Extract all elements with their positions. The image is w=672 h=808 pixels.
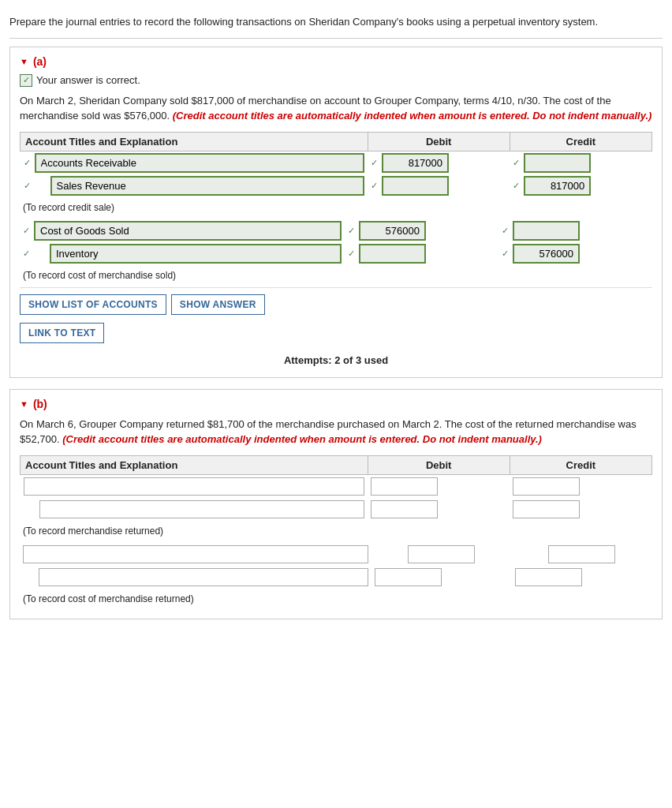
debit-input-b1-r2[interactable] xyxy=(371,500,438,518)
credit-cell-sr: ✓ xyxy=(510,174,651,197)
show-answer-button[interactable]: SHOW ANSWER xyxy=(171,294,265,315)
debit-cell-ar: ✓ xyxy=(368,151,510,174)
note-credit-sale: (To record credit sale) xyxy=(23,202,652,213)
debit-input-b1-r1[interactable] xyxy=(371,477,438,496)
account-cell-b2-r1 xyxy=(20,543,371,566)
debit-input-ar[interactable] xyxy=(382,153,449,173)
section-b-header: ▼ (b) xyxy=(20,398,652,410)
col-header-b-account: Account Titles and Explanation xyxy=(21,455,368,474)
note-b-returned: (To record merchandise returned) xyxy=(23,526,652,537)
credit-cell-b1-r2 xyxy=(510,498,651,521)
journal-table-b2 xyxy=(20,543,652,589)
credit-input-b1-r1[interactable] xyxy=(513,477,580,496)
credit-input-inv[interactable] xyxy=(513,244,580,264)
debit-cell-b1-r2 xyxy=(368,498,510,521)
credit-input-cogs[interactable] xyxy=(513,221,580,241)
col-header-b-debit: Debit xyxy=(368,455,510,474)
instructions-text: Prepare the journal entries to record th… xyxy=(9,8,663,39)
section-a: ▼ (a) ✓ Your answer is correct. On March… xyxy=(9,47,663,378)
debit-cell-b1-r1 xyxy=(368,474,510,498)
account-input-b1-r2[interactable] xyxy=(39,500,365,518)
section-b-label: (b) xyxy=(33,398,47,410)
table-row: ✓ ✓ ✓ xyxy=(21,151,652,174)
account-cell-ar: ✓ xyxy=(21,151,368,174)
section-a-header: ▼ (a) xyxy=(20,55,652,68)
row-check-icon-cogs: ✓ xyxy=(23,226,32,236)
debit-check-icon-sr: ✓ xyxy=(371,181,380,191)
section-a-label: (a) xyxy=(33,55,47,68)
note-cost-merchandise: (To record cost of merchandise sold) xyxy=(23,270,652,281)
journal-table-a1: Account Titles and Explanation Debit Cre… xyxy=(20,132,652,197)
debit-input-cogs[interactable] xyxy=(359,221,426,241)
debit-check-icon-cogs: ✓ xyxy=(348,226,357,236)
note-b-cost-returned: (To record cost of merchandise returned) xyxy=(23,593,652,604)
journal-table-a2: ✓ ✓ ✓ xyxy=(20,219,652,265)
account-input-inv[interactable] xyxy=(50,244,342,264)
row-check-icon-ar: ✓ xyxy=(24,158,33,168)
account-input-ar[interactable] xyxy=(35,153,365,173)
credit-cell-b2-r1 xyxy=(512,543,652,566)
debit-input-b2-r1[interactable] xyxy=(408,545,475,563)
credit-cell-cogs: ✓ xyxy=(498,219,652,242)
account-cell-inv: ✓ xyxy=(20,242,345,265)
table-row: ✓ ✓ ✓ xyxy=(20,219,652,242)
account-input-cogs[interactable] xyxy=(34,221,342,241)
show-list-accounts-button[interactable]: SHOW LIST OF ACCOUNTS xyxy=(20,294,166,315)
credit-input-b2-r1[interactable] xyxy=(548,545,615,563)
debit-input-b2-r2[interactable] xyxy=(375,568,442,586)
credit-cell-inv: ✓ xyxy=(498,242,652,265)
col-header-debit: Debit xyxy=(368,132,510,151)
correct-badge: ✓ Your answer is correct. xyxy=(20,74,652,87)
debit-cell-b2-r2 xyxy=(371,566,512,589)
collapse-triangle-b-icon[interactable]: ▼ xyxy=(20,399,28,409)
credit-check-icon-inv: ✓ xyxy=(502,249,511,259)
account-cell-sr: ✓ xyxy=(21,174,368,197)
debit-cell-sr: ✓ xyxy=(368,174,510,197)
credit-cell-b1-r1 xyxy=(510,474,651,498)
debit-check-icon-inv: ✓ xyxy=(348,249,357,259)
action-buttons-row: SHOW LIST OF ACCOUNTS SHOW ANSWER xyxy=(20,287,652,318)
table-row xyxy=(21,498,652,521)
credit-check-icon-ar: ✓ xyxy=(513,158,522,168)
journal-table-b1: Account Titles and Explanation Debit Cre… xyxy=(20,455,652,521)
row-check-icon-inv: ✓ xyxy=(23,249,32,259)
table-row: ✓ ✓ ✓ xyxy=(20,242,652,265)
credit-check-icon-cogs: ✓ xyxy=(502,226,511,236)
account-input-b2-r2[interactable] xyxy=(39,568,368,586)
credit-input-b1-r2[interactable] xyxy=(513,500,580,518)
col-header-b-credit: Credit xyxy=(510,455,651,474)
table-row xyxy=(20,543,652,566)
correct-checkmark-icon: ✓ xyxy=(20,74,32,87)
link-to-text-button[interactable]: LINK TO TEXT xyxy=(20,323,104,343)
account-cell-b2-r2 xyxy=(20,566,371,589)
account-input-b1-r1[interactable] xyxy=(24,477,365,496)
credit-input-sr[interactable] xyxy=(524,176,591,196)
credit-cell-ar: ✓ xyxy=(510,151,651,174)
debit-cell-b2-r1 xyxy=(371,543,512,566)
page-container: Prepare the journal entries to record th… xyxy=(0,0,672,638)
credit-input-ar[interactable] xyxy=(524,153,591,173)
col-header-account: Account Titles and Explanation xyxy=(21,132,368,151)
account-input-sr[interactable] xyxy=(50,176,365,196)
debit-input-inv[interactable] xyxy=(359,244,426,264)
credit-check-icon-sr: ✓ xyxy=(513,181,522,191)
problem-description-b: On March 6, Grouper Company returned $81… xyxy=(20,417,652,447)
account-cell-b1-r1 xyxy=(21,474,368,498)
table-row xyxy=(20,566,652,589)
section-b: ▼ (b) On March 6, Grouper Company return… xyxy=(9,389,663,619)
problem-description-a: On March 2, Sheridan Company sold $817,0… xyxy=(20,93,652,124)
credit-input-b2-r2[interactable] xyxy=(515,568,582,586)
collapse-triangle-icon[interactable]: ▼ xyxy=(20,57,28,66)
row-check-icon-sr: ✓ xyxy=(24,181,33,191)
account-cell-b1-r2 xyxy=(21,498,368,521)
debit-check-icon-ar: ✓ xyxy=(371,158,380,168)
account-input-b2-r1[interactable] xyxy=(23,545,368,563)
debit-input-sr[interactable] xyxy=(382,176,449,196)
table-row: ✓ ✓ ✓ xyxy=(21,174,652,197)
table-row xyxy=(21,474,652,498)
debit-cell-inv: ✓ xyxy=(345,242,498,265)
correct-message: Your answer is correct. xyxy=(36,74,140,86)
account-cell-cogs: ✓ xyxy=(20,219,345,242)
credit-cell-b2-r2 xyxy=(512,566,652,589)
col-header-credit: Credit xyxy=(510,132,651,151)
